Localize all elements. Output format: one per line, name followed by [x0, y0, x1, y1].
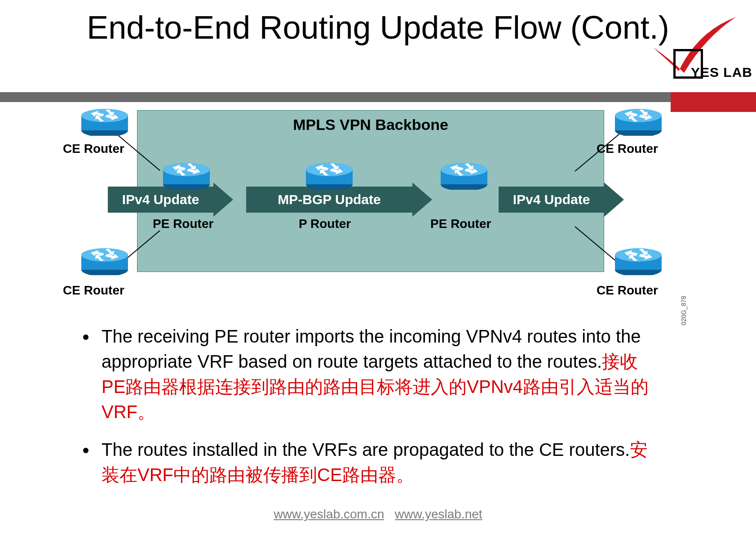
- bullet-list: The receiving PE router imports the inco…: [76, 324, 651, 500]
- router-icon: [440, 162, 488, 190]
- arrow-ipv4-right-label: IPv4 Update: [499, 187, 604, 213]
- ce-router-label-br: CE Router: [597, 283, 658, 298]
- ce-router-label-tl: CE Router: [63, 142, 124, 156]
- footer-link-1[interactable]: www.yeslab.com.cn: [274, 507, 384, 521]
- ce-router-label-tr: CE Router: [597, 142, 658, 156]
- bullet-2: The routes installed in the VRFs are pro…: [97, 437, 651, 487]
- bullet-1-en: The receiving PE router imports the inco…: [102, 326, 641, 371]
- p-router-label: P Router: [299, 217, 351, 231]
- router-icon: [615, 108, 662, 136]
- footer: www.yeslab.com.cn www.yeslab.net: [0, 507, 756, 522]
- footer-link-2[interactable]: www.yeslab.net: [395, 507, 482, 521]
- slide: End-to-End Routing Update Flow (Cont.) Y…: [0, 0, 756, 535]
- pe-router-label-left: PE Router: [153, 217, 213, 231]
- diagram-code: 020G_878: [680, 296, 687, 325]
- ce-router-label-bl: CE Router: [63, 283, 124, 298]
- bullet-2-en: The routes installed in the VRFs are pro…: [102, 440, 630, 459]
- slide-title: End-to-End Routing Update Flow (Cont.): [0, 10, 756, 45]
- yeslab-logo: YES LAB: [653, 18, 752, 90]
- router-icon: [163, 162, 210, 190]
- arrow-ipv4-left-label: IPv4 Update: [108, 187, 213, 213]
- router-icon: [615, 247, 662, 275]
- arrow-mpbgp-label: MP-BGP Update: [246, 187, 412, 213]
- header-bar-gray: [0, 92, 756, 102]
- backbone-title: MPLS VPN Backbone: [137, 116, 604, 134]
- router-icon: [81, 108, 128, 136]
- pe-router-label-right: PE Router: [430, 217, 491, 231]
- logo-text: YES LAB: [691, 65, 752, 80]
- bullet-1: The receiving PE router imports the inco…: [97, 324, 651, 424]
- routing-diagram: MPLS VPN Backbone IPv4 Update MP-BGP Upd…: [76, 108, 676, 301]
- router-icon: [81, 247, 128, 275]
- router-icon: [305, 162, 353, 190]
- header-bar-red: [671, 92, 756, 112]
